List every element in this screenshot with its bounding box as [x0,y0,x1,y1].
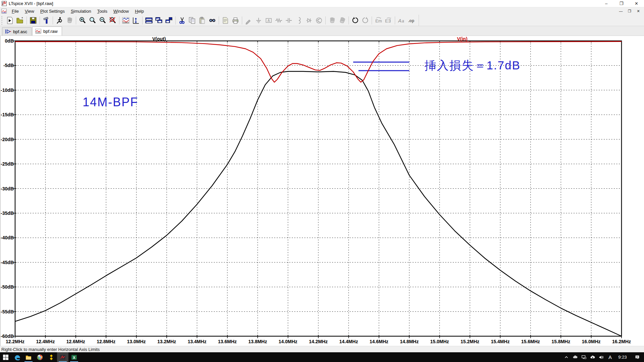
cut-icon[interactable] [177,16,187,25]
zoom-in-icon[interactable] [77,16,88,25]
inductor-icon[interactable] [294,16,304,25]
print-preview-icon[interactable] [220,16,230,25]
y-axis-tick-label: -10dB [0,87,14,93]
tray-onedrive-icon[interactable] [571,352,580,362]
tray-network-icon[interactable] [580,352,588,362]
status-bar: Right-Click to manually enter Horizontal… [0,346,644,352]
x-axis-tick-label: 13.8MHz [248,339,267,344]
plot-annotation-title: 14M-BPF [83,95,138,109]
tab-bpf.asc[interactable]: bpf.asc [2,27,32,36]
mdi-close-button[interactable]: ✕ [634,8,643,14]
x-axis-tick-label: 14.8MHz [400,339,419,344]
menu-help[interactable]: Help [132,8,147,14]
tray-cloud-sync-icon[interactable] [588,352,597,362]
window-title: LTspice XVII - [bpf.raw] [9,1,53,6]
y-axis-tick-label: -55dB [0,309,14,314]
new-schematic-icon[interactable] [5,16,15,25]
tray-chevron-up-icon[interactable] [562,352,571,362]
zoom-full-extents-icon[interactable] [108,16,118,25]
trace-label-V(out)[interactable]: V(out) [152,36,166,42]
system-tray: A9:23 [562,352,644,362]
trace-label-V(in)[interactable]: V(in) [457,36,467,42]
resistor-icon[interactable] [274,16,284,25]
control-panel-icon[interactable] [41,16,51,25]
menu-file[interactable]: File [9,8,22,14]
toolbar-separator [40,16,40,24]
menu-simulation[interactable]: Simulation [68,8,94,14]
taskbar-explorer-icon[interactable] [23,352,34,362]
y-axis-tick-label: -35dB [0,210,14,216]
print-icon[interactable] [230,16,240,25]
save-icon[interactable] [28,16,38,25]
y-axis-tick-label: -5dB [0,63,14,68]
taskbar-checker-app-icon[interactable] [46,352,57,362]
tray-action-center-icon[interactable] [631,352,644,362]
taskbar-edge-icon[interactable] [11,352,23,362]
taskbar-ltspice-icon[interactable] [57,352,68,362]
run-icon[interactable] [54,16,64,25]
undo-icon[interactable] [350,16,360,25]
minimize-button[interactable]: – [599,0,614,7]
open-file-icon[interactable] [15,16,25,25]
wire-icon[interactable] [244,16,254,25]
svg-text:Em: Em [375,18,382,23]
x-axis-tick-label: 15.4MHz [491,339,509,344]
menu-window[interactable]: Window [110,8,132,14]
tray-ime-mode-icon[interactable]: A [606,352,614,362]
y-axis-tick-label: -60dB [0,334,14,339]
tile-horizontal-icon[interactable] [144,16,154,25]
cascade-windows-icon[interactable] [154,16,164,25]
paste-icon[interactable] [197,16,207,25]
net-label-icon[interactable]: A [264,16,274,25]
x-axis-tick-label: 13.2MHz [157,339,176,344]
toolbar-separator [119,16,119,24]
mdi-minimize-button[interactable]: — [616,8,625,14]
ground-icon[interactable] [254,16,264,25]
close-button[interactable]: ✕ [629,0,644,7]
y-axis-tick-label: -15dB [0,112,14,117]
y-axis-tick-label: -20dB [0,137,14,142]
x-axis-tick-label: 12.8MHz [97,339,115,344]
spice-directive-icon[interactable]: .op [407,16,417,25]
move-hand-icon[interactable] [327,16,337,25]
mdi-restore-button[interactable]: ❐ [625,8,634,14]
toolbar-separator [219,16,219,24]
toolbar-separator [348,16,349,24]
taskbar-clock[interactable]: 9:23 [614,352,631,362]
transistor-icon[interactable] [314,16,324,25]
menu-view[interactable]: View [22,8,37,14]
y-axis-tick-label: 0dB [0,38,14,44]
taskbar-start-button[interactable] [0,352,11,362]
x-axis-tick-label: 16.2MHz [612,339,631,344]
zoom-area-icon[interactable] [88,16,98,25]
rotate-icon[interactable]: Em [373,16,383,25]
diode-icon[interactable] [304,16,314,25]
menu-plot-settings[interactable]: Plot Settings [37,8,68,14]
drag-hand-icon[interactable] [337,16,347,25]
tray-speaker-icon[interactable] [597,352,606,362]
text-tool-icon[interactable]: Aa [396,16,407,25]
svg-text:.op: .op [408,18,414,23]
zoom-out-icon[interactable] [98,16,108,25]
waveform-plot-pane[interactable]: 12.2MHz12.4MHz12.6MHz12.8MHz13.0MHz13.2M… [0,36,644,346]
redo-icon[interactable] [360,16,370,25]
y-axis-tick-label: -30dB [0,186,14,191]
copy-icon[interactable] [187,16,197,25]
menu-tools[interactable]: Tools [94,8,110,14]
find-icon[interactable] [207,16,217,25]
maximize-button[interactable]: ❐ [614,0,629,7]
capacitor-icon[interactable] [284,16,294,25]
tab-bpf.raw[interactable]: bpf.raw [32,26,62,36]
autorange-icon[interactable] [131,16,141,25]
halt-icon[interactable] [64,16,74,25]
status-text: Right-Click to manually enter Horizontal… [1,347,100,352]
x-axis-tick-label: 14.2MHz [309,339,328,344]
tab-label: bpf.asc [13,29,27,34]
taskbar-chrome-icon[interactable] [34,352,46,362]
mirror-icon[interactable]: E∃ [383,16,393,25]
tile-vertical-icon[interactable] [164,16,174,25]
plot-settings-icon[interactable] [121,16,131,25]
y-axis-tick-label: -40dB [0,235,14,240]
taskbar-excel-icon[interactable]: X [68,352,80,362]
mdi-child-icon [1,9,7,13]
